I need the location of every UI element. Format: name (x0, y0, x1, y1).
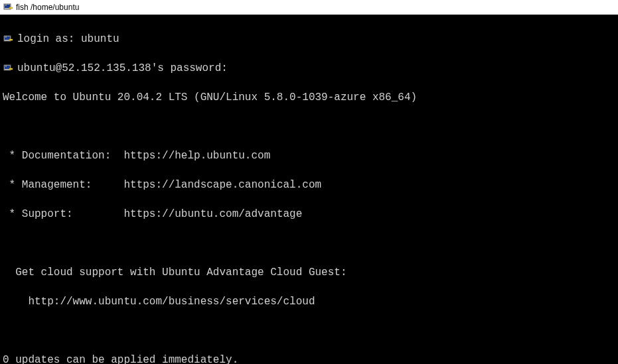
management-link-line: * Management: https://landscape.canonica… (3, 178, 618, 192)
support-url: https://ubuntu.com/advantage (123, 207, 302, 221)
documentation-url: https://help.ubuntu.com (123, 149, 270, 163)
password-prompt: ubuntu@52.152.135.138's password: (17, 61, 228, 76)
cloud-support-url: http://www.ubuntu.com/business/services/… (3, 294, 618, 309)
updates-line: 0 updates can be applied immediately. (3, 353, 618, 364)
support-link-line: * Support: https://ubuntu.com/advantage (3, 207, 618, 221)
login-prompt-line: login as: ubuntu (3, 32, 618, 46)
password-prompt-line: ubuntu@52.152.135.138's password: (3, 61, 618, 76)
documentation-link-line: * Documentation: https://help.ubuntu.com (3, 149, 618, 163)
window-title-bar: fish /home/ubuntu (0, 0, 618, 15)
login-user: ubuntu (81, 32, 119, 46)
cloud-support-heading: Get cloud support with Ubuntu Advantage … (3, 265, 618, 280)
blank-line (3, 119, 618, 134)
svg-rect-10 (9, 68, 13, 70)
putty-icon (3, 63, 13, 74)
login-as-label: login as: (17, 32, 81, 46)
blank-line (3, 236, 618, 251)
welcome-banner: Welcome to Ubuntu 20.04.2 LTS (GNU/Linux… (3, 90, 618, 105)
window-title: fish /home/ubuntu (16, 3, 79, 12)
svg-rect-2 (9, 7, 13, 9)
putty-icon (3, 2, 13, 13)
management-url: https://landscape.canonical.com (123, 178, 321, 192)
blank-line (3, 324, 618, 338)
terminal-output[interactable]: login as: ubuntu ubuntu@52.152.135.138's… (0, 15, 618, 364)
putty-icon (3, 34, 13, 44)
svg-rect-6 (9, 39, 13, 40)
